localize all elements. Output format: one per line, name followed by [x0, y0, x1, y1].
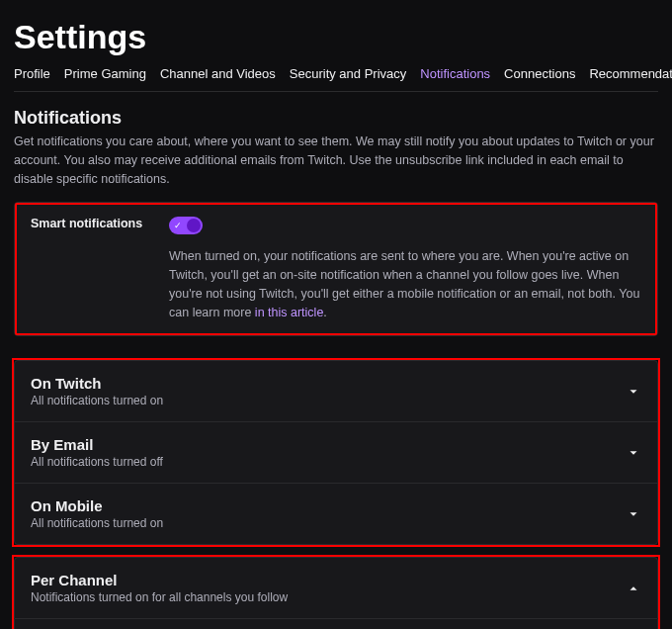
accordion-by-email[interactable]: By Email All notifications turned off [15, 422, 657, 484]
accordion-on-mobile[interactable]: On Mobile All notifications turned on [15, 484, 657, 544]
settings-tabs: Profile Prime Gaming Channel and Videos … [14, 66, 658, 92]
smart-learn-more-link[interactable]: in this article [255, 306, 323, 319]
per-channel-body: Send me notifications about [14, 619, 658, 629]
notifications-description: Get notifications you care about, where … [14, 133, 658, 188]
accordion-title: On Twitch [31, 375, 163, 392]
accordion-subtitle: All notifications turned on [31, 516, 163, 530]
smart-text-suffix: . [323, 306, 326, 319]
accordion-on-twitch[interactable]: On Twitch All notifications turned on [15, 361, 657, 422]
tab-connections[interactable]: Connections [504, 66, 575, 81]
per-channel-accordion: Per Channel Notifications turned on for … [14, 557, 658, 619]
tab-prime-gaming[interactable]: Prime Gaming [64, 66, 146, 81]
page-title: Settings [14, 18, 658, 56]
smart-notifications-label: Smart notifications [31, 217, 169, 230]
smart-notifications-panel: Smart notifications When turned on, your… [14, 202, 658, 336]
accordion-title: On Mobile [31, 497, 163, 514]
smart-notifications-text: When turned on, your notifications are s… [169, 247, 641, 321]
chevron-down-icon [626, 506, 641, 522]
smart-notifications-toggle[interactable] [169, 217, 203, 234]
smart-text-prefix: When turned on, your notifications are s… [169, 249, 639, 318]
tab-channel-videos[interactable]: Channel and Videos [160, 66, 276, 81]
accordion-subtitle: All notifications turned on [31, 394, 163, 407]
chevron-down-icon [626, 384, 641, 400]
accordion-subtitle: Notifications turned on for all channels… [31, 590, 288, 604]
tab-profile[interactable]: Profile [14, 66, 50, 81]
accordion-subtitle: All notifications turned off [31, 455, 163, 469]
accordion-title: Per Channel [31, 572, 288, 588]
accordion-per-channel[interactable]: Per Channel Notifications turned on for … [15, 558, 657, 618]
notification-accordion: On Twitch All notifications turned on By… [14, 360, 658, 545]
accordion-title: By Email [31, 436, 163, 453]
chevron-down-icon [626, 445, 641, 461]
tab-notifications[interactable]: Notifications [420, 66, 490, 81]
tab-security-privacy[interactable]: Security and Privacy [290, 66, 407, 81]
tab-recommendations[interactable]: Recommendations [589, 66, 672, 81]
notifications-heading: Notifications [14, 108, 658, 129]
chevron-up-icon [626, 581, 641, 596]
